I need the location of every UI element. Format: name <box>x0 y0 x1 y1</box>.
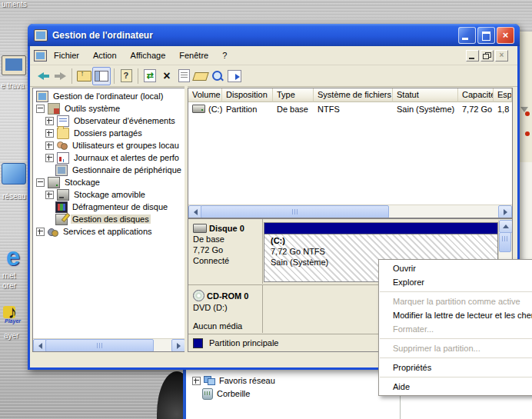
collapse-minus-icon[interactable] <box>36 178 45 187</box>
network-neighborhood-icon <box>204 376 215 385</box>
desktop-label-player[interactable]: ayer <box>4 331 18 340</box>
titlebar[interactable]: Gestion de l'ordinateur × <box>28 24 520 46</box>
forward-button[interactable] <box>52 68 68 85</box>
col-esp[interactable]: Esp <box>494 88 512 102</box>
menu-aide[interactable]: ? <box>215 49 234 62</box>
menu-item-proprietes[interactable]: Propriétés <box>379 361 532 374</box>
up-folder-button[interactable] <box>75 68 92 85</box>
scrollbar-thumb[interactable] <box>499 232 511 252</box>
menu-item-modifier-lettre[interactable]: Modifier la lettre de lecteur et les che… <box>379 308 532 322</box>
scroll-right-button[interactable] <box>498 205 512 218</box>
menu-affichage[interactable]: Affichage <box>124 49 173 62</box>
red-dot-icon <box>525 131 530 136</box>
expand-plus-icon[interactable] <box>45 191 54 199</box>
expand-plus-icon[interactable] <box>36 228 45 236</box>
tree-item-outils-systeme[interactable]: Outils système <box>33 102 185 115</box>
internet-explorer-icon[interactable]: e <box>0 243 26 271</box>
services-icon <box>48 227 58 237</box>
desktop-label-internet[interactable]: rnet <box>2 271 15 280</box>
console-tree: Gestion de l'ordinateur (local) Outils s… <box>32 88 186 352</box>
desktop-label-reseau[interactable]: réseau <box>2 192 26 201</box>
menu-action[interactable]: Action <box>86 49 124 62</box>
scrollbar-thumb[interactable] <box>45 339 154 352</box>
drive-icon <box>192 105 205 113</box>
tree-item-stockage[interactable]: Stockage <box>33 176 185 188</box>
close-button[interactable]: × <box>497 27 514 44</box>
cdrom-status: Aucun média <box>193 321 262 331</box>
desktop-label-explorer[interactable]: orer <box>2 281 16 290</box>
mdi-restore-button[interactable] <box>480 50 494 62</box>
tree-item-services[interactable]: Services et applications <box>33 225 185 238</box>
up-folder-icon <box>77 71 91 81</box>
collapse-minus-icon[interactable] <box>36 105 45 113</box>
col-type[interactable]: Type <box>273 88 314 102</box>
menu-item-ouvrir[interactable]: Ouvrir <box>379 261 532 275</box>
menu-fichier[interactable]: Fichier <box>47 49 86 62</box>
tree-item-gestion-disques[interactable]: Gestion des disques <box>33 213 185 225</box>
export-list-button[interactable] <box>226 68 243 85</box>
desktop-label-poste-travail[interactable]: e trava <box>1 81 25 90</box>
removable-storage-icon <box>57 189 69 201</box>
bg-window-divider <box>400 393 401 419</box>
tree-item-observateur[interactable]: Observateur d'événements <box>33 115 185 127</box>
col-disposition[interactable]: Disposition <box>222 88 273 102</box>
col-capacite[interactable]: Capacité <box>458 88 494 102</box>
menu-item-formater: Formater... <box>379 322 532 336</box>
tree-item-root[interactable]: Gestion de l'ordinateur (local) <box>33 90 185 102</box>
list-horizontal-scrollbar[interactable] <box>188 205 512 218</box>
col-volume[interactable]: Volume <box>188 88 222 102</box>
cdrom-media: DVD (D:) <box>193 303 262 312</box>
tree-item-defragmenteur[interactable]: Défragmenteur de disque <box>33 201 185 213</box>
find-button[interactable] <box>209 68 226 85</box>
minimize-button[interactable] <box>458 27 476 44</box>
toolbar-separator <box>114 68 115 84</box>
scroll-right-button[interactable] <box>171 339 185 352</box>
menu-item-aide[interactable]: Aide <box>379 380 532 394</box>
partition-name: (C:) <box>271 236 497 245</box>
mdi-restore-glyph2 <box>483 54 489 59</box>
network-places-icon[interactable] <box>2 163 26 185</box>
scrollbar-thumb[interactable] <box>201 205 389 218</box>
volume-list: Volume Disposition Type Système de fichi… <box>188 88 513 218</box>
volume-row-c[interactable]: (C:) Partition De base NTFS Sain (Systèm… <box>188 102 512 115</box>
expand-plus-icon[interactable] <box>45 129 54 138</box>
col-statut[interactable]: Statut <box>393 88 458 102</box>
mdi-minimize-button[interactable] <box>466 50 479 62</box>
panes-icon <box>95 71 108 81</box>
tree-item-utilisateurs[interactable]: Utilisateurs et groupes locau <box>33 139 185 151</box>
tree-item-journaux[interactable]: Journaux et alertes de perfo <box>33 151 185 164</box>
back-button[interactable] <box>35 68 52 85</box>
bg-tree-item-corbeille[interactable]: Corbeille <box>217 389 250 398</box>
refresh-icon: ⇄ <box>144 69 156 82</box>
show-tree-button[interactable] <box>92 67 111 85</box>
properties-button[interactable] <box>175 68 192 85</box>
delete-button[interactable]: × <box>158 68 175 85</box>
help-doc-button[interactable] <box>118 68 135 85</box>
media-player-icon[interactable]: ♪ Player <box>3 301 25 328</box>
menu-fenetre[interactable]: Fenêtre <box>172 49 215 62</box>
expand-plus-icon[interactable] <box>45 141 54 150</box>
disk0-status: Connecté <box>193 256 262 265</box>
expand-plus-icon[interactable] <box>45 117 54 125</box>
col-fs[interactable]: Système de fichiers <box>314 88 393 102</box>
expand-plus-icon[interactable] <box>45 154 54 162</box>
scroll-up-button[interactable] <box>499 220 513 233</box>
menu-item-explorer[interactable]: Explorer <box>379 275 532 289</box>
cell-disposition: Partition <box>222 105 273 114</box>
tree-item-gestionnaire-periph[interactable]: Gestionnaire de périphérique <box>33 164 185 176</box>
tree-item-dossiers-partages[interactable]: Dossiers partagés <box>33 127 185 139</box>
tree-horizontal-scrollbar[interactable] <box>33 338 185 351</box>
bg-tree-item-favoris[interactable]: Favoris réseau <box>219 376 275 385</box>
tree-item-stockage-amovible[interactable]: Stockage amovible <box>33 188 185 201</box>
expand-plus-icon[interactable] <box>192 377 201 385</box>
disk0-size: 7,72 Go <box>193 245 262 254</box>
refresh-button[interactable]: ⇄ <box>141 68 158 85</box>
my-computer-icon[interactable] <box>2 55 26 75</box>
mdi-close-button[interactable]: × <box>495 50 508 62</box>
cdrom-info[interactable]: CD-ROM 0 DVD (D:) Aucun média <box>188 285 263 333</box>
cell-statut: Sain (Système) <box>393 105 458 114</box>
maximize-button[interactable] <box>477 27 495 44</box>
open-button[interactable] <box>192 68 209 85</box>
window-title: Gestion de l'ordinateur <box>52 30 153 41</box>
disk0-info[interactable]: Disque 0 De base 7,72 Go Connecté <box>188 219 263 284</box>
